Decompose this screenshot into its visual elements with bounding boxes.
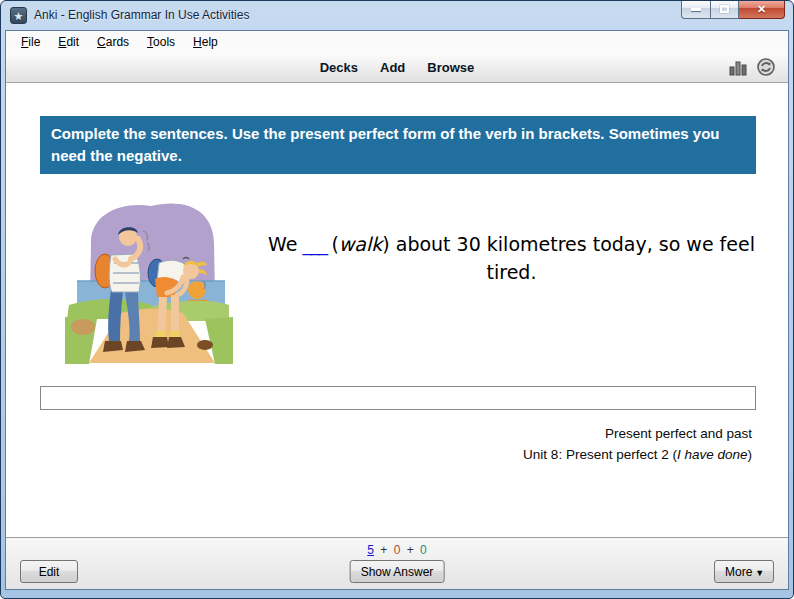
minimize-button[interactable] [681, 0, 711, 19]
question-text: We___(walk) about 30 kilometres today, s… [235, 197, 788, 365]
menu-file[interactable]: File [12, 33, 49, 51]
menu-cards[interactable]: Cards [88, 33, 138, 51]
toolbar-add-link[interactable]: Add [369, 60, 416, 75]
question-prefix: We [268, 233, 297, 255]
more-label: More [725, 565, 752, 579]
window-title: Anki - English Grammar In Use Activities [34, 8, 249, 22]
menu-bar: File Edit Cards Tools Help [6, 31, 788, 52]
question-verb: walk [339, 233, 382, 255]
minimize-icon [691, 8, 701, 11]
learning-count: 0 [394, 543, 401, 557]
title-bar[interactable]: ★ Anki - English Grammar In Use Activiti… [1, 1, 793, 30]
card-review-area: Complete the sentences. Use the present … [6, 83, 788, 537]
menu-tools[interactable]: Tools [138, 33, 184, 51]
edit-button[interactable]: Edit [20, 560, 78, 583]
answer-blank: ___ [302, 233, 326, 255]
hikers-illustration [63, 197, 235, 365]
window-controls: ✕ [681, 0, 785, 19]
question-suffix: ) about 30 kilometres today, so we feel … [382, 233, 755, 283]
card-row: We___(walk) about 30 kilometres today, s… [6, 197, 788, 365]
card-source: Present perfect and past Unit 8: Present… [6, 423, 752, 465]
count-separator: + [380, 543, 387, 557]
card-counts: 5 + 0 + 0 [367, 543, 426, 557]
toolbar-browse-link[interactable]: Browse [416, 60, 485, 75]
close-icon: ✕ [757, 3, 766, 16]
source-line2-text: Unit 8: Present perfect 2 ( [523, 447, 677, 462]
maximize-button[interactable] [711, 0, 739, 19]
source-line2-italic: I have done [677, 447, 748, 462]
new-count: 5 [367, 543, 374, 557]
toolbar-decks-link[interactable]: Decks [309, 60, 369, 75]
review-count: 0 [420, 543, 427, 557]
count-separator: + [407, 543, 414, 557]
sync-icon[interactable] [756, 57, 776, 77]
menu-help[interactable]: Help [184, 33, 227, 51]
menu-edit[interactable]: Edit [49, 33, 88, 51]
toolbar-icon-group [728, 52, 776, 82]
anki-window: ★ Anki - English Grammar In Use Activiti… [0, 0, 794, 599]
source-line2-close: ) [748, 447, 753, 462]
question-paren: ( [331, 233, 338, 255]
anki-app-icon: ★ [10, 7, 27, 24]
bottom-bar: 5 + 0 + 0 Edit Show Answer More▼ [6, 537, 788, 589]
client-area: File Edit Cards Tools Help Decks Add Bro… [5, 30, 789, 590]
show-answer-button[interactable]: Show Answer [350, 560, 445, 583]
instructions-banner: Complete the sentences. Use the present … [40, 116, 756, 174]
toolbar: Decks Add Browse [6, 52, 788, 83]
maximize-icon [720, 5, 729, 13]
answer-input[interactable] [40, 386, 756, 410]
source-line-2: Unit 8: Present perfect 2 (I have done) [6, 444, 752, 465]
source-line-1: Present perfect and past [6, 423, 752, 444]
stats-icon[interactable] [728, 58, 748, 76]
close-button[interactable]: ✕ [739, 0, 785, 19]
dropdown-arrow-icon: ▼ [755, 568, 764, 578]
more-button[interactable]: More▼ [714, 560, 774, 583]
